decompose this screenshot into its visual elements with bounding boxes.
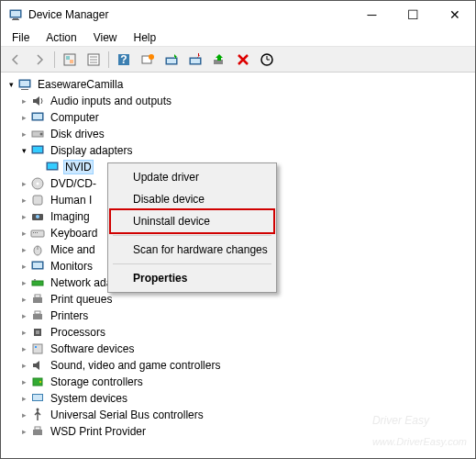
tree-node-system[interactable]: ▸System devices [3,390,473,407]
tree-label: Storage controllers [49,375,145,389]
tree-label: Print queues [49,292,114,307]
expand-icon[interactable]: ▸ [17,227,30,240]
printer-icon [30,292,45,307]
tree-label: Software devices [49,341,136,356]
tree-label: Imaging [49,209,92,224]
disable-button[interactable] [184,49,206,71]
tree-label: NVID [63,160,94,174]
menu-view[interactable]: View [86,29,125,46]
svg-rect-60 [33,430,42,435]
svg-point-36 [36,215,39,218]
tree-node-storage[interactable]: ▸Storage controllers [3,374,473,390]
tree-node-sound[interactable]: ▸Sound, video and game controllers [3,357,473,374]
svg-rect-49 [33,314,42,319]
enable-button[interactable] [208,49,230,71]
tree-label: Computer [49,110,101,125]
tree-root[interactable]: ▾ EasewareCamilla [3,76,473,93]
svg-rect-29 [33,147,42,152]
tree-node-display[interactable]: ▾Display adapters [3,142,473,159]
menu-disable-device[interactable]: Disable device [111,188,273,210]
expand-icon[interactable]: ▸ [17,309,30,322]
tree-node-disk[interactable]: ▸Disk drives [3,126,473,142]
svg-point-27 [40,133,43,136]
expand-icon[interactable]: ▸ [17,293,30,306]
expand-icon[interactable]: ▸ [17,359,30,372]
tree-node-usb[interactable]: ▸Universal Serial Bus controllers [3,407,473,423]
expand-icon[interactable]: ▾ [5,78,17,91]
svg-rect-16 [167,59,176,63]
tree-label: Monitors [49,259,94,274]
monitor-icon [30,259,45,274]
svg-rect-61 [35,427,40,430]
expand-icon[interactable]: ▸ [17,194,30,207]
menu-bar: File Action View Help [1,28,475,47]
close-button[interactable]: ✕ [434,1,475,28]
tree-node-computer[interactable]: ▸Computer [3,109,473,126]
back-button[interactable] [5,49,27,71]
tree-node-wsd[interactable]: ▸WSD Print Provider [3,423,473,440]
software-icon [30,341,45,356]
menu-properties[interactable]: Properties [111,267,273,289]
expand-icon[interactable]: ▸ [17,111,30,124]
tree-label: Human I [49,193,94,207]
tree-node-software[interactable]: ▸Software devices [3,341,473,357]
forward-button[interactable] [28,49,50,71]
device-tree[interactable]: ▾ EasewareCamilla ▸Audio inputs and outp… [1,73,475,458]
menu-file[interactable]: File [5,29,37,46]
tree-label: Keyboard [49,226,99,241]
expand-icon[interactable]: ▸ [17,326,30,339]
svg-rect-44 [33,263,42,268]
computer-icon [30,110,45,125]
expand-icon[interactable]: ▸ [17,128,30,140]
menu-help[interactable]: Help [127,29,164,46]
tree-node-processors[interactable]: ▸Processors [3,324,473,341]
show-hidden-button[interactable] [59,49,81,71]
hid-icon [30,193,45,207]
svg-rect-50 [35,311,40,314]
expand-icon[interactable]: ▸ [17,409,30,421]
printer-icon [30,424,45,439]
menu-scan-hardware[interactable]: Scan for hardware changes [111,239,273,261]
properties-button[interactable] [83,49,105,71]
menu-separator [113,263,271,264]
expand-icon[interactable]: ▸ [17,425,30,438]
menu-action[interactable]: Action [39,29,83,46]
maximize-button[interactable]: ☐ [393,1,434,28]
tree-node-printq[interactable]: ▸Print queues [3,291,473,308]
help-button[interactable]: ? [113,49,135,71]
menu-uninstall-device[interactable]: Uninstall device [111,210,273,232]
tree-label: Universal Serial Bus controllers [49,408,205,422]
uninstall-button[interactable] [232,49,254,71]
expand-icon[interactable]: ▸ [17,260,30,273]
expand-icon[interactable]: ▸ [17,177,30,190]
expand-icon[interactable]: ▸ [17,210,30,223]
printer-icon [30,308,45,323]
expand-icon[interactable]: ▸ [17,276,30,289]
scan-hardware-button[interactable] [256,49,278,71]
title-bar: Device Manager ─ ☐ ✕ [1,1,475,28]
expand-icon[interactable]: ▸ [17,342,30,355]
tree-label: EasewareCamilla [36,77,125,92]
keyboard-icon [30,226,45,241]
svg-rect-25 [33,114,42,119]
tree-label: Display adapters [49,143,134,158]
minimize-button[interactable]: ─ [351,1,393,28]
expand-icon[interactable]: ▾ [17,144,30,157]
toolbar: ? [1,47,475,73]
svg-point-33 [37,183,39,185]
expand-icon[interactable]: ▸ [17,392,30,405]
network-icon [30,275,45,290]
action-button[interactable] [137,49,159,71]
svg-rect-38 [33,232,34,233]
svg-rect-47 [33,297,42,303]
update-driver-button[interactable] [161,49,183,71]
tree-label: System devices [49,391,129,406]
expand-icon[interactable]: ▸ [17,243,30,256]
expand-icon[interactable]: ▸ [17,375,30,388]
toolbar-separator [108,51,109,68]
tree-label: Processors [49,325,107,340]
menu-update-driver[interactable]: Update driver [111,166,273,188]
tree-node-audio[interactable]: ▸Audio inputs and outputs [3,93,473,109]
expand-icon[interactable]: ▸ [17,95,30,107]
tree-node-printers[interactable]: ▸Printers [3,308,473,324]
